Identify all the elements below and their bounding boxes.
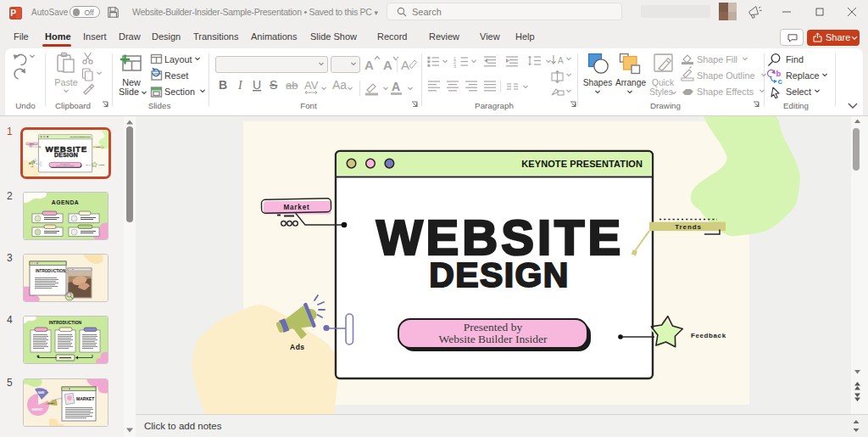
svg-text:Styles: Styles: [649, 87, 673, 97]
svg-text:AGENDA: AGENDA: [52, 199, 79, 205]
svg-text:A: A: [558, 56, 564, 65]
svg-text:Shape Outline: Shape Outline: [697, 70, 754, 81]
svg-text:Shape Effects: Shape Effects: [697, 87, 754, 97]
svg-text:Find: Find: [786, 54, 804, 64]
svg-text:U: U: [253, 78, 261, 92]
svg-text:Arrange: Arrange: [615, 78, 647, 87]
svg-text:Reset: Reset: [164, 70, 188, 81]
svg-text:KEYNOTE PRESENTATION: KEYNOTE PRESENTATION: [521, 159, 643, 169]
svg-text:3: 3: [453, 64, 456, 69]
svg-text:MARKET: MARKET: [76, 396, 94, 401]
svg-text:MARKET: MARKET: [32, 408, 43, 412]
svg-text:Trends: Trends: [675, 223, 702, 231]
svg-text:Section: Section: [164, 87, 195, 97]
svg-text:S: S: [270, 78, 277, 92]
svg-text:NAME: NAME: [38, 391, 45, 395]
svg-text:c: c: [778, 76, 782, 86]
svg-text:Quick: Quick: [652, 78, 675, 87]
svg-text:Shapes: Shapes: [583, 78, 613, 87]
svg-text:Ads: Ads: [290, 343, 305, 351]
svg-text:I: I: [237, 79, 243, 92]
svg-text:Market: Market: [283, 204, 309, 211]
svg-text:INTRODUCTION: INTRODUCTION: [49, 320, 82, 325]
svg-text:DESIGN: DESIGN: [429, 255, 570, 294]
svg-text:Aa: Aa: [332, 78, 347, 92]
svg-text:B: B: [219, 78, 227, 92]
svg-text:Feedback: Feedback: [691, 332, 726, 339]
svg-text:A: A: [383, 58, 392, 72]
svg-text:Replace: Replace: [786, 70, 820, 81]
svg-text:NAME: NAME: [47, 402, 53, 405]
svg-text:Shape Fill: Shape Fill: [697, 54, 737, 64]
svg-text:Presented by: Presented by: [464, 321, 523, 333]
svg-text:A: A: [401, 58, 409, 72]
svg-text:A: A: [392, 80, 400, 93]
svg-text:INTRODUCTION: INTRODUCTION: [36, 269, 66, 273]
svg-text:A: A: [364, 58, 374, 72]
svg-text:Paste: Paste: [54, 77, 78, 87]
svg-text:P: P: [10, 8, 16, 18]
svg-text:AV: AV: [304, 79, 319, 92]
svg-text:Select: Select: [786, 87, 811, 97]
svg-text:Layout: Layout: [164, 54, 192, 64]
svg-text:Website Builder Insider: Website Builder Insider: [439, 333, 548, 345]
svg-text:Slide: Slide: [119, 87, 139, 97]
svg-text:ab: ab: [286, 79, 298, 92]
